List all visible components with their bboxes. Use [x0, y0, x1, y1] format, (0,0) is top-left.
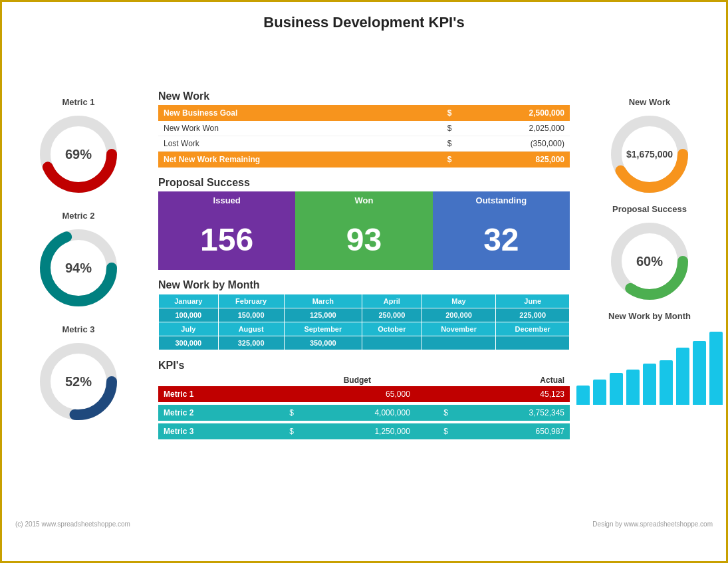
new-work-won-label: New Work Won — [158, 121, 420, 136]
aug-header: August — [218, 322, 284, 336]
metric3-value: 52% — [65, 374, 92, 390]
month-table: January February March April May June 10… — [158, 294, 570, 350]
oct-value — [362, 336, 422, 350]
bar-item — [626, 370, 640, 405]
right-new-work-section: New Work $1,675,000 — [606, 97, 693, 197]
outstanding-col: Outstanding 32 — [433, 191, 570, 270]
metric3-label: Metric 3 — [62, 324, 94, 334]
won-header: Won — [295, 191, 432, 209]
oct-header: October — [362, 322, 422, 336]
feb-value: 150,000 — [218, 308, 284, 322]
jan-header: January — [159, 294, 219, 308]
jun-header: June — [496, 294, 570, 308]
right-proposal-donut: 60% — [606, 218, 693, 304]
kpis-section: KPI's Budget Actual Metric 1 65,000 — [158, 360, 570, 439]
issued-value: 156 — [158, 209, 295, 270]
nov-value — [422, 336, 496, 350]
footer-left: (c) 2015 www.spreadsheetshoppe.com — [15, 520, 130, 528]
outstanding-header: Outstanding — [433, 191, 570, 209]
lost-work-label: Lost Work — [158, 136, 420, 152]
footer: (c) 2015 www.spreadsheetshoppe.com Desig… — [9, 491, 719, 554]
right-proposal-title: Proposal Success — [612, 204, 687, 214]
won-value: 93 — [295, 209, 432, 270]
net-new-work-label: Net New Work Remaining — [158, 152, 420, 168]
bar-item — [643, 364, 656, 405]
right-column: New Work $1,675,000 Proposal Success 60% — [580, 90, 719, 491]
mar-value: 125,000 — [284, 308, 362, 322]
bar-item — [660, 360, 673, 405]
table-row: Metric 1 65,000 45,123 — [158, 386, 570, 402]
metric1-value: 69% — [65, 147, 92, 162]
nov-header: November — [422, 322, 496, 336]
metric3-block: Metric 3 52% — [35, 324, 122, 425]
kpi-metric2-label: Metric 2 — [158, 405, 261, 421]
outstanding-value: 32 — [433, 209, 570, 270]
bar-item — [610, 373, 623, 405]
may-header: May — [422, 294, 496, 308]
left-column: Metric 1 69% Metric 2 94% Metric — [9, 90, 148, 491]
sep-header: September — [284, 322, 362, 336]
table-row: July August September October November D… — [159, 322, 570, 336]
net-new-work-amount: 825,000 — [457, 152, 570, 168]
bar-item — [576, 386, 590, 405]
table-row: 300,000 325,000 350,000 — [159, 336, 570, 350]
new-work-title: New Work — [158, 90, 570, 102]
table-row: Net New Work Remaining $ 825,000 — [158, 152, 570, 168]
jul-header: July — [159, 322, 219, 336]
middle-column: New Work New Business Goal $ 2,500,000 N… — [148, 90, 580, 491]
right-new-work-donut: $1,675,000 — [606, 111, 693, 197]
right-month-section: New Work by Month — [570, 311, 728, 405]
new-business-goal-label: New Business Goal — [158, 105, 420, 121]
right-new-work-title: New Work — [629, 97, 671, 107]
table-row: New Business Goal $ 2,500,000 — [158, 105, 570, 121]
new-business-goal-dollar: $ — [420, 105, 457, 121]
metric1-donut: 69% — [35, 111, 122, 197]
right-proposal-value: 60% — [636, 254, 663, 269]
right-month-title: New Work by Month — [608, 311, 691, 321]
issued-header: Issued — [158, 191, 295, 209]
bar-item — [709, 332, 723, 405]
proposal-success-title: Proposal Success — [158, 177, 570, 189]
page-title: Business Development KPI's — [9, 9, 719, 90]
kpi-table: Budget Actual Metric 1 65,000 45,123 Met… — [158, 374, 570, 439]
bar-chart — [570, 325, 728, 405]
metric2-label: Metric 2 — [62, 211, 94, 221]
metric2-donut: 94% — [35, 225, 122, 311]
metric3-donut: 52% — [35, 338, 122, 425]
proposal-grid: Issued 156 Won 93 Outstanding 32 — [158, 191, 570, 270]
lost-work-amount: (350,000) — [457, 136, 570, 152]
right-new-work-value: $1,675,000 — [626, 149, 673, 160]
table-row: Metric 2 $ 4,000,000 $ 3,752,345 — [158, 405, 570, 421]
bar-item — [676, 348, 689, 405]
dec-header: December — [496, 322, 570, 336]
new-work-table: New Business Goal $ 2,500,000 New Work W… — [158, 105, 570, 168]
kpi-metric1-label: Metric 1 — [158, 386, 261, 402]
right-proposal-section: Proposal Success 60% — [606, 204, 693, 304]
table-row: Budget Actual — [158, 374, 570, 386]
sep-value: 350,000 — [284, 336, 362, 350]
aug-value: 325,000 — [218, 336, 284, 350]
kpis-title: KPI's — [158, 360, 570, 372]
footer-right: Design by www.spreadsheetshoppe.com — [592, 520, 713, 528]
metric2-block: Metric 2 94% — [35, 211, 122, 311]
new-business-goal-amount: 2,500,000 — [457, 105, 570, 121]
table-row: Metric 3 $ 1,250,000 $ 650,987 — [158, 423, 570, 439]
table-row: Lost Work $ (350,000) — [158, 136, 570, 152]
may-value: 200,000 — [422, 308, 496, 322]
new-work-month-section: New Work by Month January February March… — [158, 279, 570, 350]
bar-item — [593, 380, 606, 405]
jul-value: 300,000 — [159, 336, 219, 350]
issued-col: Issued 156 — [158, 191, 295, 270]
jan-value: 100,000 — [159, 308, 219, 322]
kpi-metric3-label: Metric 3 — [158, 423, 261, 439]
apr-value: 250,000 — [362, 308, 422, 322]
apr-header: April — [362, 294, 422, 308]
proposal-success-section: Proposal Success Issued 156 Won 93 Outst… — [158, 177, 570, 270]
table-row: 100,000 150,000 125,000 250,000 200,000 … — [159, 308, 570, 322]
dec-value — [496, 336, 570, 350]
new-work-month-title: New Work by Month — [158, 279, 570, 291]
metric1-label: Metric 1 — [62, 97, 94, 107]
table-row: January February March April May June — [159, 294, 570, 308]
feb-header: February — [218, 294, 284, 308]
table-row: New Work Won $ 2,025,000 — [158, 121, 570, 136]
